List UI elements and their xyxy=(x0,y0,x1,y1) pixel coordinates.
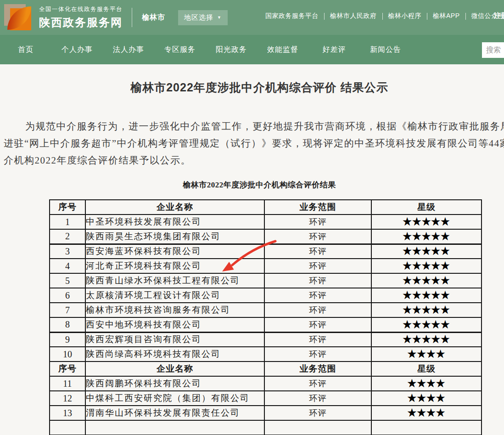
header-links: 国家政务服务平台榆林市人民政府榆林小程序榆林APP微信公众号 xyxy=(265,12,504,20)
cell-no: 2 xyxy=(50,229,85,244)
column-header: 企业名称 xyxy=(85,362,264,376)
table-row: 7榆林市环境科技咨询服务有限公司环评★★★★★ xyxy=(50,303,482,317)
header-link[interactable]: 榆林APP xyxy=(433,12,460,20)
cell-company-name: 陕西尚绿高科环境科技有限公司 xyxy=(85,347,264,362)
cell-star-rating: ★★★★★ xyxy=(371,215,482,229)
cell-star-rating: ★★★★★ xyxy=(371,244,482,259)
article: 榆林市2022年度涉批中介机构综合评价 结果公示 为规范中介服务行为，进一步强化… xyxy=(0,64,504,435)
site-logo xyxy=(4,2,33,33)
site-header: 全国一体化在线政务服务平台 陕西政务服务网 榆林市 地区选择 ▼ 国家政务服务平… xyxy=(0,0,504,35)
paragraph-line: 介机构2022年度综合评价结果予以公示。 xyxy=(4,152,504,169)
cell-business-scope: 环评 xyxy=(264,273,371,288)
search-box xyxy=(482,42,504,58)
paragraph-line: 进驻“网上中介服务超市”中介机构考评管理规定（试行）》要求，现将评定的中圣环境科… xyxy=(4,135,504,152)
column-header: 业务范围 xyxy=(264,362,371,376)
table-row-partial xyxy=(50,420,482,435)
nav-item-效能监督[interactable]: 效能监督 xyxy=(257,45,308,55)
cell-no: 4 xyxy=(50,259,85,273)
cell-business-scope: 环评 xyxy=(264,215,371,229)
cell-no: 6 xyxy=(50,288,85,303)
empty-cell xyxy=(50,420,85,435)
nav-item-首页[interactable]: 首页 xyxy=(0,45,51,55)
cell-no: 13 xyxy=(50,406,85,420)
register-link[interactable]: 注册 xyxy=(494,11,504,20)
nav-items: 首页个人办事法人办事专区服务阳光政务效能监督好差评新闻公告 xyxy=(0,45,411,55)
nav-item-法人办事[interactable]: 法人办事 xyxy=(103,45,154,55)
cell-business-scope: 环评 xyxy=(264,391,371,406)
cell-company-name: 陕西宏辉项目咨询有限公司 xyxy=(85,332,264,347)
cell-star-rating: ★★★★★ xyxy=(371,332,482,347)
evaluation-table: 序号企业名称业务范围星级1中圣环境科技发展有限公司环评★★★★★2陕西雨昊生态环… xyxy=(49,199,482,435)
cell-star-rating: ★★★★ xyxy=(371,347,482,362)
header-divider xyxy=(132,8,132,27)
table-caption: 榆林市2022年度涉批中介机构综合评价结果 xyxy=(0,180,504,190)
cell-star-rating: ★★★★★ xyxy=(371,303,482,317)
cell-company-name: 渭南华山环保科技发展有限责任公司 xyxy=(85,406,264,420)
cell-business-scope: 环评 xyxy=(264,376,371,391)
cell-company-name: 中煤科工西安研究院（集团）有限公司 xyxy=(85,391,264,406)
nav-item-专区服务[interactable]: 专区服务 xyxy=(154,45,206,55)
main-nav: 首页个人办事法人办事专区服务阳光政务效能监督好差评新闻公告 xyxy=(0,35,504,64)
cell-company-name: 中圣环境科技发展有限公司 xyxy=(85,215,264,229)
link-separator xyxy=(465,13,466,20)
cell-star-rating: ★★★★★ xyxy=(371,317,482,332)
link-separator xyxy=(427,13,427,20)
cell-business-scope: 环评 xyxy=(264,229,371,244)
site-name: 陕西政务服务网 xyxy=(39,15,123,30)
nav-item-阳光政务[interactable]: 阳光政务 xyxy=(206,45,257,55)
cell-no: 9 xyxy=(50,332,85,347)
region-selector-label: 地区选择 xyxy=(184,13,213,22)
header-link[interactable]: 榆林市人民政府 xyxy=(330,12,377,20)
cell-business-scope: 环评 xyxy=(264,332,371,347)
cell-business-scope: 环评 xyxy=(264,303,371,317)
table-row: 9陕西宏辉项目咨询有限公司环评★★★★★ xyxy=(50,332,482,347)
chevron-down-icon: ▼ xyxy=(217,16,222,20)
brand-block: 全国一体化在线政务服务平台 陕西政务服务网 xyxy=(39,6,123,30)
cell-company-name: 河北奇正环境科技有限公司 xyxy=(85,259,264,273)
cell-star-rating: ★★★★★ xyxy=(371,229,482,244)
paragraph-line: 为规范中介服务行为，进一步强化中介监管工作，更好地提升我市营商环境，根据《榆林市… xyxy=(4,118,504,135)
table-header-row: 序号企业名称业务范围星级 xyxy=(50,200,482,215)
cell-no: 5 xyxy=(50,273,85,288)
cell-no: 1 xyxy=(50,215,85,229)
nav-item-好差评[interactable]: 好差评 xyxy=(308,45,360,55)
column-header: 星级 xyxy=(371,200,482,215)
cell-business-scope: 环评 xyxy=(264,347,371,362)
cell-company-name: 陕西青山绿水环保科技工程有限公司 xyxy=(85,273,264,288)
link-separator xyxy=(324,13,325,20)
column-header: 序号 xyxy=(50,200,85,215)
empty-cell xyxy=(371,420,482,435)
cell-business-scope: 环评 xyxy=(264,244,371,259)
cell-no: 11 xyxy=(50,376,85,391)
cell-business-scope: 环评 xyxy=(264,288,371,303)
table-row: 4河北奇正环境科技有限公司环评★★★★★ xyxy=(50,259,482,273)
cell-star-rating: ★★★★ xyxy=(371,406,482,420)
nav-item-个人办事[interactable]: 个人办事 xyxy=(51,45,103,55)
cell-no: 7 xyxy=(50,303,85,317)
platform-name: 全国一体化在线政务服务平台 xyxy=(39,6,123,13)
cell-star-rating: ★★★★★ xyxy=(371,288,482,303)
table-row: 5陕西青山绿水环保科技工程有限公司环评★★★★★ xyxy=(50,273,482,288)
empty-cell xyxy=(85,420,264,435)
header-link[interactable]: 国家政务服务平台 xyxy=(265,12,319,20)
table-row: 12中煤科工西安研究院（集团）有限公司环评★★★★ xyxy=(50,391,482,406)
cell-star-rating: ★★★★ xyxy=(371,376,482,391)
nav-item-新闻公告[interactable]: 新闻公告 xyxy=(360,45,411,55)
table-row: 6太原核清环境工程设计有限公司环评★★★★★ xyxy=(50,288,482,303)
cell-company-name: 陕西阔鹏环保科技有限公司 xyxy=(85,376,264,391)
search-input[interactable] xyxy=(482,42,504,58)
page-title: 榆林市2022年度涉批中介机构综合评价 结果公示 xyxy=(0,80,504,95)
column-header: 企业名称 xyxy=(85,200,264,215)
cell-no: 8 xyxy=(50,317,85,332)
region-selector-button[interactable]: 地区选择 ▼ xyxy=(178,10,228,25)
cell-business-scope: 环评 xyxy=(264,259,371,273)
current-city-label: 榆林市 xyxy=(142,13,165,23)
column-header: 星级 xyxy=(371,362,482,376)
cell-no: 3 xyxy=(50,244,85,259)
table-row: 1中圣环境科技发展有限公司环评★★★★★ xyxy=(50,215,482,229)
cell-company-name: 陕西雨昊生态环境集团有限公司 xyxy=(85,229,264,244)
header-link[interactable]: 榆林小程序 xyxy=(388,12,422,20)
column-header: 业务范围 xyxy=(264,200,371,215)
cell-no: 12 xyxy=(50,391,85,406)
cell-star-rating: ★★★★★ xyxy=(371,273,482,288)
